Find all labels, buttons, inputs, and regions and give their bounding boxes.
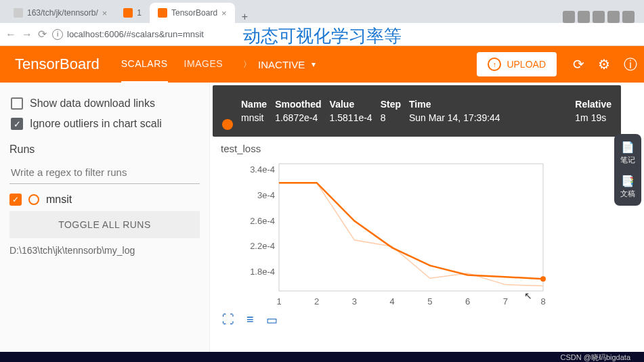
ext-icon[interactable] <box>622 11 635 23</box>
url-text: localhost:6006/#scalars&run=mnsit <box>67 29 204 39</box>
ext-icon[interactable] <box>578 11 590 23</box>
ext-icon[interactable] <box>563 11 575 23</box>
checkbox-icon[interactable] <box>11 97 23 110</box>
option-ignore-outliers[interactable]: ✓ Ignore outliers in chart scali <box>9 114 200 134</box>
browser-tab-strip: 163/tch/jk/tennsorb/ × 1 TensorBoard × + <box>0 0 644 23</box>
run-checkbox-icon[interactable]: ✓ <box>9 194 22 206</box>
tooltip-header: Step <box>381 99 401 110</box>
tooltip-header: Time <box>409 99 500 110</box>
side-float-widget: 📄笔记 📑文稿 <box>614 134 641 206</box>
upload-icon: ↑ <box>488 58 501 71</box>
app-header: TensorBoard SCALARS IMAGES 〉 INACTIVE ▾ … <box>0 46 644 83</box>
docs-icon: 📑 <box>620 175 635 187</box>
svg-text:1: 1 <box>276 296 281 307</box>
forward-icon[interactable]: → <box>22 28 33 41</box>
run-item[interactable]: ✓ mnsit <box>9 194 200 206</box>
caption-overlay: 动态可视化学习率等 <box>243 24 402 48</box>
chevron-down-icon: ▾ <box>312 60 316 69</box>
tooltip-header <box>222 92 233 103</box>
svg-text:5: 5 <box>427 296 432 307</box>
logdir-path: D:\163\tch\jk\tennsorb\my_log <box>9 245 200 256</box>
chevron-right-icon: 〉 <box>243 59 251 70</box>
svg-text:6: 6 <box>465 296 470 307</box>
svg-point-14 <box>540 276 546 281</box>
chart-title: test_loss <box>218 143 636 154</box>
checkbox-checked-icon[interactable]: ✓ <box>11 118 23 130</box>
svg-text:2: 2 <box>314 296 319 307</box>
browser-ext-icons <box>563 11 639 23</box>
tooltip-value: 1.6872e-4 <box>275 112 321 123</box>
new-tab-button[interactable]: + <box>235 11 255 23</box>
app-logo: TensorBoard <box>0 55 114 73</box>
site-info-icon[interactable]: i <box>52 29 63 40</box>
upload-label: UPLOAD <box>507 59 546 70</box>
ext-icon[interactable] <box>593 11 605 23</box>
tooltip-value: Sun Mar 14, 17:39:44 <box>409 112 500 123</box>
chart-tooltip: Namemnsit Smoothed1.6872e-4 Value1.5811e… <box>213 85 621 137</box>
tab-title: TensorBoard <box>171 8 217 18</box>
url-box[interactable]: i localhost:6006/#scalars&run=mnsit <box>52 29 204 40</box>
toggle-all-runs-button[interactable]: TOGGLE ALL RUNS <box>9 211 200 238</box>
option-label: Show data download links <box>30 97 155 110</box>
run-color-dot-icon <box>222 119 233 130</box>
inactive-dropdown[interactable]: 〉 INACTIVE ▾ <box>243 59 316 70</box>
svg-text:3.4e-4: 3.4e-4 <box>250 164 275 175</box>
tab-title: 163/tch/jk/tennsorb/ <box>27 8 98 18</box>
run-color-icon <box>28 194 39 205</box>
favicon-icon <box>14 8 23 18</box>
axis-toggle-icon[interactable]: ≡ <box>246 313 254 327</box>
svg-text:8: 8 <box>540 296 545 307</box>
line-chart[interactable]: 3.4e-43e-42.6e-42.2e-41.8e-412345678↖ <box>238 158 636 307</box>
svg-text:2.6e-4: 2.6e-4 <box>250 216 275 226</box>
option-label: Ignore outliers in chart scali <box>30 118 162 130</box>
reload-icon[interactable]: ⟳ <box>38 28 47 41</box>
tooltip-value: 8 <box>381 112 401 123</box>
close-icon[interactable]: × <box>102 8 108 18</box>
notes-button[interactable]: 📄笔记 <box>620 141 635 165</box>
run-name: mnsit <box>46 194 72 206</box>
address-bar: ← → ⟳ i localhost:6006/#scalars&run=mnsi… <box>0 23 644 46</box>
tab-images[interactable]: IMAGES <box>184 46 223 83</box>
tooltip-value: mnsit <box>241 112 267 123</box>
chart-panel: test_loss Namemnsit Smoothed1.6872e-4 Va… <box>210 83 644 352</box>
notes-icon: 📄 <box>620 141 635 154</box>
gear-icon[interactable]: ⚙ <box>598 56 610 72</box>
close-icon[interactable]: × <box>221 8 227 18</box>
tooltip-value: 1m 19s <box>575 112 611 123</box>
runs-header: Runs <box>9 143 200 156</box>
option-download-links[interactable]: Show data download links <box>9 93 200 114</box>
refresh-icon[interactable]: ⟳ <box>573 56 584 72</box>
svg-rect-0 <box>279 164 543 291</box>
tab-scalars[interactable]: SCALARS <box>121 46 168 83</box>
svg-text:4: 4 <box>390 296 395 307</box>
browser-tab-active[interactable]: TensorBoard × <box>150 3 235 23</box>
upload-button[interactable]: ↑ UPLOAD <box>477 52 557 76</box>
runs-filter-input[interactable] <box>9 161 200 184</box>
browser-tab[interactable]: 1 <box>115 3 150 23</box>
docs-button[interactable]: 📑文稿 <box>620 175 635 199</box>
tooltip-header: Relative <box>575 99 611 110</box>
tooltip-header: Smoothed <box>275 99 321 110</box>
tooltip-header: Name <box>241 99 267 110</box>
fullscreen-icon[interactable]: ⛶ <box>222 313 234 327</box>
tooltip-value: 1.5811e-4 <box>330 112 372 123</box>
tooltip-header: Value <box>330 99 372 110</box>
svg-text:2.2e-4: 2.2e-4 <box>250 241 275 251</box>
svg-text:3e-4: 3e-4 <box>257 190 275 200</box>
svg-text:7: 7 <box>503 296 508 307</box>
chart-toolbar: ⛶ ≡ ▭ <box>222 313 636 327</box>
watermark: CSDN @晓码bigdata <box>0 352 644 362</box>
favicon-icon <box>123 8 133 18</box>
dropdown-label: INACTIVE <box>258 59 305 70</box>
svg-text:↖: ↖ <box>524 290 532 301</box>
favicon-icon <box>158 8 167 18</box>
svg-text:3: 3 <box>352 296 357 307</box>
fit-domain-icon[interactable]: ▭ <box>266 313 278 327</box>
ext-icon[interactable] <box>607 11 620 23</box>
svg-text:1.8e-4: 1.8e-4 <box>250 267 275 277</box>
tab-title: 1 <box>137 8 142 18</box>
sidebar: Show data download links ✓ Ignore outlie… <box>0 83 210 352</box>
browser-tab[interactable]: 163/tch/jk/tennsorb/ × <box>5 3 115 23</box>
help-icon[interactable]: ⓘ <box>624 55 637 74</box>
back-icon[interactable]: ← <box>5 28 16 41</box>
